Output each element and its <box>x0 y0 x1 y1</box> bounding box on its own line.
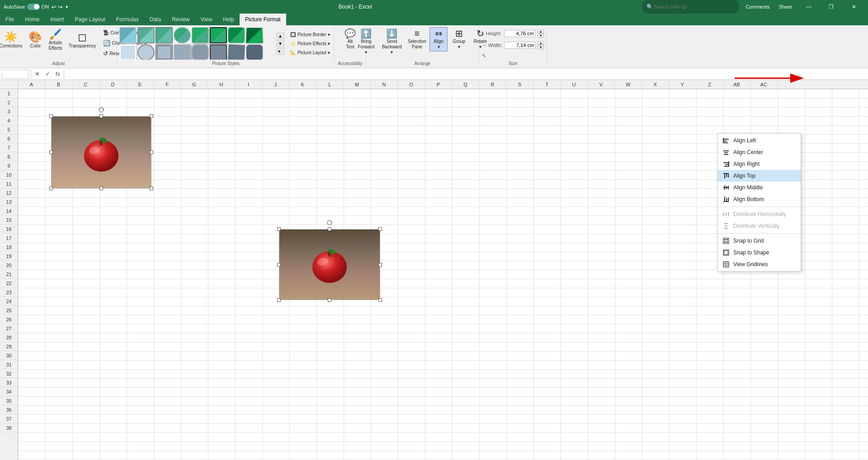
row-22[interactable]: 22 <box>0 279 18 288</box>
style-thumb-3[interactable] <box>156 27 173 43</box>
autosave-toggle[interactable]: AutoSave ON <box>4 4 49 10</box>
style-thumb-5[interactable] <box>192 27 209 43</box>
redo-btn[interactable]: ↪ <box>58 4 63 10</box>
handle-br-2[interactable] <box>378 298 382 302</box>
col-T[interactable]: T <box>533 80 561 89</box>
style-thumb-4[interactable] <box>174 27 191 43</box>
undo-btn[interactable]: ↩ <box>52 4 57 10</box>
row-31[interactable]: 31 <box>0 360 18 369</box>
style-thumb-8[interactable] <box>245 28 264 44</box>
row-16[interactable]: 16 <box>0 225 18 234</box>
style-thumb-11[interactable] <box>156 44 173 60</box>
height-down[interactable]: ▼ <box>538 33 544 38</box>
width-up[interactable]: ▲ <box>538 41 544 45</box>
align-right-item[interactable]: Align Right <box>718 158 801 170</box>
name-box[interactable] <box>2 70 29 79</box>
tab-help[interactable]: Help <box>217 14 240 25</box>
handle-tr-2[interactable] <box>378 227 382 231</box>
row-33[interactable]: 33 <box>0 378 18 387</box>
handle-tc-1[interactable] <box>99 114 103 118</box>
handle-mr-2[interactable] <box>378 263 382 267</box>
tab-page-layout[interactable]: Page Layout <box>69 14 110 25</box>
tab-review[interactable]: Review <box>166 14 195 25</box>
quick-access-more[interactable]: ▾ <box>66 4 68 10</box>
col-I[interactable]: I <box>235 80 262 89</box>
share-btn[interactable]: Share <box>776 0 795 14</box>
col-Z[interactable]: Z <box>696 80 723 89</box>
row-29[interactable]: 29 <box>0 342 18 351</box>
autosave-switch[interactable] <box>27 4 40 10</box>
align-bottom-item[interactable]: Align Bottom <box>718 193 801 205</box>
row-28[interactable]: 28 <box>0 333 18 342</box>
rotate-handle-2[interactable] <box>327 220 332 225</box>
row-32[interactable]: 32 <box>0 369 18 378</box>
handle-bl-2[interactable] <box>277 298 281 302</box>
row-24[interactable]: 24 <box>0 297 18 306</box>
send-backward-btn[interactable]: ⬇️ SendBackward ▾ <box>379 27 405 57</box>
handle-bc-1[interactable] <box>99 187 103 190</box>
handle-bc-2[interactable] <box>328 298 331 302</box>
handle-ml-1[interactable] <box>49 150 53 154</box>
row-36[interactable]: 36 <box>0 405 18 414</box>
col-H[interactable]: H <box>208 80 235 89</box>
handle-tl-2[interactable] <box>277 227 281 231</box>
row-35[interactable]: 35 <box>0 396 18 405</box>
style-thumb-14[interactable] <box>210 44 227 60</box>
handle-tr-1[interactable] <box>150 114 153 118</box>
align-center-item[interactable]: Align Center <box>718 146 801 158</box>
tab-data[interactable]: Data <box>144 14 166 25</box>
handle-br-1[interactable] <box>150 187 153 190</box>
row-17[interactable]: 17 <box>0 234 18 243</box>
row-27[interactable]: 27 <box>0 324 18 333</box>
picture-layout-btn[interactable]: 📐 Picture Layout ▾ <box>288 49 332 56</box>
restore-btn[interactable]: ❐ <box>821 0 842 14</box>
handle-tc-2[interactable] <box>328 227 331 231</box>
style-thumb-7[interactable] <box>228 27 245 43</box>
gallery-scroll-down[interactable]: ▼ <box>276 40 284 47</box>
corrections-btn[interactable]: ☀️ Corrections <box>0 27 25 53</box>
row-15[interactable]: 15 <box>0 216 18 225</box>
col-C[interactable]: C <box>72 80 99 89</box>
col-G[interactable]: G <box>181 80 208 89</box>
rotate-handle-1[interactable] <box>99 107 104 113</box>
row-9[interactable]: 9 <box>0 161 18 170</box>
tab-formulas[interactable]: Formulas <box>111 14 144 25</box>
row-14[interactable]: 14 <box>0 207 18 216</box>
row-6[interactable]: 6 <box>0 134 18 143</box>
style-thumb-1[interactable] <box>119 27 137 43</box>
image-1-container[interactable] <box>51 116 151 188</box>
row-3[interactable]: 3 <box>0 107 18 116</box>
search-box[interactable]: 🔍 <box>642 0 739 14</box>
close-btn[interactable]: ✕ <box>844 0 864 14</box>
handle-bl-1[interactable] <box>49 187 53 190</box>
style-thumb-15[interactable] <box>227 44 245 60</box>
transparency-btn[interactable]: ◻ Transparency <box>66 27 99 53</box>
style-thumb-13[interactable] <box>192 44 209 60</box>
confirm-formula-btn[interactable]: ✓ <box>43 70 52 77</box>
col-S[interactable]: S <box>506 80 533 89</box>
col-W[interactable]: W <box>615 80 642 89</box>
height-input[interactable] <box>504 30 536 37</box>
bring-forward-btn[interactable]: ⬆️ BringForward ▾ <box>355 27 377 57</box>
image-2-container[interactable] <box>279 229 380 300</box>
gallery-scroll-up[interactable]: ▲ <box>276 33 284 39</box>
tab-file[interactable]: File <box>0 14 19 25</box>
align-btn[interactable]: ⇔ Align ▾ <box>429 27 448 52</box>
width-down[interactable]: ▼ <box>538 45 544 49</box>
height-up[interactable]: ▲ <box>538 29 544 33</box>
col-B[interactable]: B <box>45 80 72 89</box>
row-10[interactable]: 10 <box>0 170 18 179</box>
insert-function-btn[interactable]: fx <box>54 70 62 77</box>
row-25[interactable]: 25 <box>0 306 18 315</box>
row-21[interactable]: 21 <box>0 270 18 279</box>
tab-home[interactable]: Home <box>19 14 45 25</box>
col-L[interactable]: L <box>316 80 344 89</box>
row-23[interactable]: 23 <box>0 288 18 297</box>
style-thumb-10[interactable] <box>137 44 155 60</box>
artistic-effects-btn[interactable]: 🖌️ ArtisticEffects <box>46 27 65 53</box>
tab-view[interactable]: View <box>195 14 218 25</box>
handle-ml-2[interactable] <box>277 263 281 267</box>
col-A[interactable]: A <box>18 80 45 89</box>
row-26[interactable]: 26 <box>0 315 18 324</box>
comments-btn[interactable]: Comments <box>743 0 772 14</box>
